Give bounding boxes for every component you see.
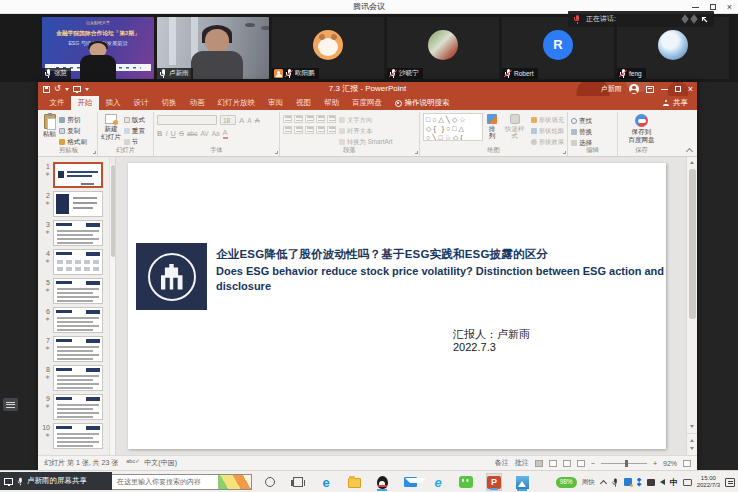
minimize-icon[interactable]: [692, 7, 699, 8]
save-to-baidu-button[interactable]: 保存到 百度网盘: [621, 113, 662, 143]
change-case-button[interactable]: Aa: [212, 129, 220, 138]
zoom-level[interactable]: 92%: [663, 460, 677, 467]
tab-design[interactable]: 设计: [127, 96, 155, 110]
dialog-launcher-icon[interactable]: [415, 151, 418, 154]
italic-button[interactable]: I: [165, 129, 167, 138]
shadow-button[interactable]: abc: [187, 129, 197, 138]
align-text-button[interactable]: 对齐文本: [339, 126, 392, 136]
account-avatar-icon[interactable]: [629, 84, 639, 94]
align-center-button[interactable]: [294, 126, 303, 134]
grow-font-icon[interactable]: A: [239, 116, 244, 125]
underline-button[interactable]: U: [171, 129, 176, 138]
tab-help[interactable]: 帮助: [318, 96, 346, 110]
share-button[interactable]: 共享: [653, 96, 697, 110]
qq-button[interactable]: [374, 473, 390, 491]
increase-indent-button[interactable]: [316, 115, 325, 123]
collapse-ribbon-icon[interactable]: [686, 147, 692, 153]
tray-mic-icon[interactable]: [611, 478, 618, 486]
reaction-icon[interactable]: [690, 14, 697, 24]
scroll-up-icon[interactable]: [687, 157, 697, 167]
participant-tile-shaxiaoning[interactable]: 沙晓宁: [387, 17, 499, 79]
slide-thumbnail[interactable]: 9∗: [38, 394, 115, 420]
tab-slideshow[interactable]: 幻灯片放映: [211, 96, 262, 110]
restore-arrow-icon[interactable]: [700, 15, 709, 24]
language-indicator[interactable]: 中文(中国): [144, 458, 177, 468]
account-name[interactable]: 卢新雨: [601, 84, 622, 94]
layout-button[interactable]: 版式: [124, 115, 145, 125]
strikethrough-button[interactable]: S: [179, 129, 184, 138]
slide-title-chinese[interactable]: 企业ESG降低了股价波动性吗？基于ESG实践和ESG披露的区分: [216, 247, 656, 262]
close-icon[interactable]: ×: [727, 0, 732, 14]
find-button[interactable]: 查找: [571, 116, 614, 126]
taskbar-search[interactable]: 在这里输入你要搜索的内容: [88, 474, 252, 490]
reading-view-icon[interactable]: [563, 460, 571, 467]
slide-thumbnail[interactable]: 5∗: [38, 278, 115, 304]
tab-file[interactable]: 文件: [43, 96, 71, 110]
mail-button[interactable]: [402, 473, 418, 491]
font-color-button[interactable]: A: [223, 128, 228, 139]
notes-toggle[interactable]: 备注: [495, 458, 509, 468]
tab-baidu-netdisk[interactable]: 百度网盘: [346, 96, 389, 110]
font-name-select[interactable]: [157, 115, 217, 125]
slide-thumbnail[interactable]: 7∗: [38, 336, 115, 362]
align-right-button[interactable]: [305, 126, 314, 134]
slide-thumbnail[interactable]: 1∗: [38, 162, 115, 188]
slide-canvas[interactable]: 企业ESG降低了股价波动性吗？基于ESG实践和ESG披露的区分 Does ESG…: [128, 163, 666, 449]
ppt-close-icon[interactable]: ×: [688, 82, 693, 96]
dialog-launcher-icon[interactable]: [93, 151, 96, 154]
tray-app-icon[interactable]: [624, 478, 632, 486]
shapes-gallery[interactable]: □○△╲◇☆ ◇{ }○□△ ○╲□☆◇{: [423, 113, 483, 141]
slide-thumbnail[interactable]: 3∗: [38, 220, 115, 246]
arrange-button[interactable]: 排列: [486, 113, 499, 147]
shrink-font-icon[interactable]: A: [247, 116, 251, 125]
bullets-button[interactable]: [283, 115, 292, 123]
font-size-select[interactable]: 18: [220, 115, 236, 125]
ppt-minimize-icon[interactable]: [661, 89, 668, 90]
normal-view-icon[interactable]: [535, 460, 543, 467]
decrease-indent-button[interactable]: [305, 115, 314, 123]
tray-device-icon[interactable]: [647, 479, 655, 486]
volume-icon[interactable]: [660, 479, 665, 485]
zoom-in-icon[interactable]: +: [653, 460, 657, 467]
powerpoint-taskbar-button[interactable]: P: [486, 473, 502, 491]
tab-transitions[interactable]: 切换: [155, 96, 183, 110]
char-spacing-button[interactable]: AV: [200, 129, 208, 138]
tab-animations[interactable]: 动画: [183, 96, 211, 110]
ime-indicator[interactable]: 中: [670, 477, 678, 488]
shape-fill-button[interactable]: 形状填充: [531, 115, 564, 125]
replace-button[interactable]: 替换: [571, 127, 614, 137]
photos-button[interactable]: [514, 473, 530, 491]
reaction-icon[interactable]: [681, 14, 688, 24]
slide-thumbnail[interactable]: 4∗: [38, 249, 115, 275]
slide-thumbnail[interactable]: 8∗: [38, 365, 115, 391]
clear-format-icon[interactable]: A: [255, 116, 260, 125]
maximize-icon[interactable]: [710, 4, 716, 10]
slide-presenter[interactable]: 汇报人：卢新雨: [453, 327, 530, 342]
zoom-out-icon[interactable]: −: [591, 460, 595, 467]
reset-button[interactable]: 重置: [124, 126, 145, 136]
comments-toggle[interactable]: 批注: [515, 458, 529, 468]
scrollbar-thumb[interactable]: [689, 169, 696, 319]
next-slide-icon[interactable]: [690, 447, 694, 450]
zoom-slider[interactable]: [601, 463, 647, 464]
meeting-panel-toggle-icon[interactable]: [3, 398, 18, 411]
justify-button[interactable]: [316, 126, 325, 134]
copy-button[interactable]: 复制: [59, 126, 87, 136]
memory-ball-badge[interactable]: 98%: [556, 477, 577, 488]
slide-date[interactable]: 2022.7.3: [453, 341, 496, 353]
slide-thumbnail[interactable]: 10∗: [38, 423, 115, 449]
new-slide-button[interactable]: 新建 幻灯片: [101, 113, 121, 147]
slide-thumbnail[interactable]: 2∗: [38, 191, 115, 217]
shape-outline-button[interactable]: 形状轮廓: [531, 126, 564, 136]
bluetooth-icon[interactable]: [637, 478, 642, 487]
participant-tile-zhanghui[interactable]: 山东财经大学 金融学院国际合作论坛「第2期」 ESG 与绿色金融发展前沿 张慧: [42, 17, 154, 79]
fit-to-window-icon[interactable]: [683, 460, 691, 467]
paste-button[interactable]: 粘贴: [43, 113, 56, 147]
scroll-down-icon[interactable]: [687, 421, 697, 431]
tab-insert[interactable]: 插入: [99, 96, 127, 110]
edge-button[interactable]: e: [318, 473, 334, 491]
task-view-button[interactable]: [290, 473, 306, 491]
slide-thumbnail[interactable]: 6∗: [38, 307, 115, 333]
screen-share-badge[interactable]: 卢新雨的屏幕共享: [0, 472, 112, 490]
taskbar-clock[interactable]: 15:00 2022/7/3: [697, 475, 720, 489]
